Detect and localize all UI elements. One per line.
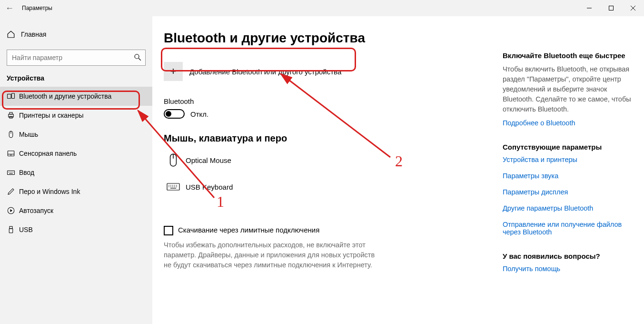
nav-label: Bluetooth и другие устройства [19, 92, 111, 100]
usb-icon [7, 225, 19, 234]
svg-rect-23 [10, 226, 12, 229]
metered-label: Скачивание через лимитные подключения [178, 226, 319, 234]
mouse-icon [7, 130, 19, 139]
touchpad-icon [7, 149, 19, 158]
link-get-help[interactable]: Получить помощь [503, 265, 633, 273]
device-name: USB Keyboard [186, 183, 233, 191]
nav-autoplay[interactable]: Автозапуск [0, 201, 152, 220]
minimize-button[interactable] [578, 0, 600, 16]
link-send-receive[interactable]: Отправление или получение файлов через B… [503, 221, 633, 236]
svg-rect-7 [12, 93, 15, 99]
page-heading: Bluetooth и другие устройства [164, 30, 503, 46]
svg-rect-9 [10, 112, 12, 114]
svg-point-4 [135, 54, 139, 59]
add-device-button[interactable]: + Добавление Bluetooth или другого устро… [164, 58, 503, 85]
device-row[interactable]: USB Keyboard [164, 173, 503, 200]
printer-icon [7, 111, 19, 120]
devices-icon [7, 92, 19, 101]
device-row[interactable]: Optical Mouse [164, 147, 503, 173]
svg-rect-16 [8, 171, 15, 174]
nav-label: USB [19, 226, 33, 233]
metered-checkbox[interactable] [164, 226, 173, 235]
search-box[interactable] [7, 50, 146, 66]
bluetooth-toggle[interactable] [164, 109, 185, 119]
right-heading: Сопутствующие параметры [503, 143, 633, 151]
keyboard-icon [7, 168, 19, 177]
back-button[interactable]: ← [0, 3, 19, 13]
home-nav[interactable]: Главная [0, 25, 152, 44]
keyboard-icon [164, 182, 183, 192]
nav-typing[interactable]: Ввод [0, 163, 152, 182]
bluetooth-state: Откл. [190, 110, 208, 118]
metered-help-text: Чтобы избежать дополнительных расходов, … [164, 240, 383, 270]
right-heading: Включайте Bluetooth еще быстрее [503, 51, 633, 60]
add-device-label: Добавление Bluetooth или другого устройс… [189, 68, 341, 76]
svg-rect-8 [9, 114, 14, 117]
nav-label: Мышь [19, 131, 38, 138]
nav-label: Перо и Windows Ink [19, 188, 80, 195]
close-button[interactable] [622, 0, 644, 16]
search-input[interactable] [7, 50, 146, 66]
link-more-bt-settings[interactable]: Другие параметры Bluetooth [503, 204, 633, 212]
bluetooth-label: Bluetooth [164, 97, 503, 105]
autoplay-icon [7, 206, 19, 215]
nav-label: Принтеры и сканеры [19, 111, 83, 119]
nav-touchpad[interactable]: Сенсорная панель [0, 144, 152, 163]
window-controls [578, 0, 644, 16]
nav-pen[interactable]: Перо и Windows Ink [0, 182, 152, 201]
link-more-bluetooth[interactable]: Подробнее о Bluetooth [503, 119, 633, 127]
link-devices-printers[interactable]: Устройства и принтеры [503, 156, 633, 163]
device-name: Optical Mouse [186, 156, 231, 164]
sidebar-category: Устройства [0, 74, 152, 87]
pen-icon [7, 187, 19, 196]
maximize-button[interactable] [600, 0, 622, 16]
right-paragraph: Чтобы включить Bluetooth, не открывая ра… [503, 64, 633, 114]
home-label: Главная [21, 30, 46, 38]
nav-mouse[interactable]: Мышь [0, 125, 152, 144]
right-column: Включайте Bluetooth еще быстрее Чтобы вк… [503, 30, 633, 324]
plus-icon: + [164, 62, 183, 81]
title-bar: ← Параметры [0, 0, 644, 16]
window-title: Параметры [22, 5, 52, 11]
search-icon [133, 53, 142, 61]
home-icon [7, 30, 19, 39]
nav-label: Сенсорная панель [19, 150, 77, 157]
link-display[interactable]: Параметры дисплея [503, 188, 633, 196]
nav-printers[interactable]: Принтеры и сканеры [0, 106, 152, 125]
nav-bluetooth[interactable]: Bluetooth и другие устройства [0, 87, 152, 106]
right-heading: У вас появились вопросы? [503, 252, 633, 260]
svg-rect-6 [8, 94, 11, 99]
nav-label: Автозапуск [19, 207, 53, 214]
link-sound[interactable]: Параметры звука [503, 172, 633, 180]
svg-rect-1 [609, 6, 614, 10]
nav-label: Ввод [19, 169, 34, 176]
svg-rect-24 [9, 229, 13, 233]
main-content: Bluetooth и другие устройства + Добавлен… [164, 30, 503, 324]
devices-section-heading: Мышь, клавиатура и перо [164, 133, 503, 144]
nav-usb[interactable]: USB [0, 220, 152, 239]
sidebar: Главная Устройства Bluetooth и другие ус… [0, 16, 152, 324]
svg-line-5 [139, 58, 141, 61]
mouse-icon [164, 153, 183, 167]
